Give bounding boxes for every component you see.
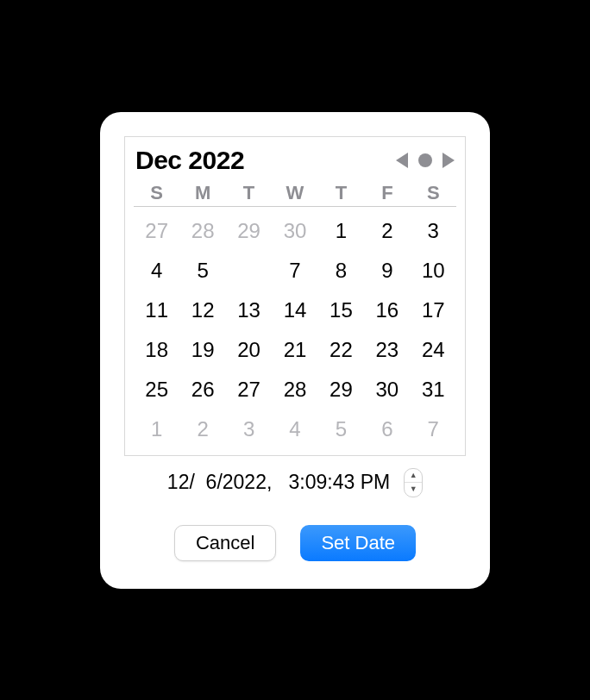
- button-row: Cancel Set Date: [124, 525, 466, 561]
- calendar-day[interactable]: 30: [272, 212, 317, 250]
- calendar-day-number: 16: [376, 298, 399, 322]
- weekday-label: S: [411, 182, 456, 204]
- calendar-day[interactable]: 3: [226, 410, 272, 448]
- calendar-day[interactable]: 24: [411, 331, 456, 369]
- calendar-day[interactable]: 30: [364, 371, 410, 409]
- weekday-label: M: [179, 182, 225, 204]
- calendar-day-number: 25: [145, 378, 168, 401]
- calendar-day-number: 11: [145, 298, 168, 322]
- calendar-day[interactable]: 16: [364, 291, 410, 329]
- calendar-day[interactable]: 22: [318, 331, 364, 369]
- calendar-day-number: 15: [330, 298, 353, 322]
- calendar-day[interactable]: 27: [134, 212, 179, 250]
- calendar-day-number: 19: [191, 338, 215, 361]
- calendar-day-number: 23: [376, 338, 399, 361]
- calendar-day[interactable]: 8: [318, 252, 364, 290]
- calendar-day[interactable]: 5: [179, 252, 225, 290]
- calendar-nav: [396, 153, 455, 168]
- datetime-field[interactable]: 12/ 6/2022, 3:09:43 PM: [167, 471, 390, 494]
- calendar-grid: 2728293012345678910111213141516171819202…: [134, 212, 456, 448]
- calendar-day[interactable]: 25: [134, 371, 179, 409]
- calendar-day-number: 17: [422, 298, 445, 322]
- calendar-day-number: 6: [381, 417, 392, 441]
- calendar-day[interactable]: 5: [318, 410, 364, 448]
- calendar-day-number: 26: [191, 378, 215, 401]
- weekday-label: F: [364, 182, 410, 204]
- stepper-down-icon[interactable]: ▼: [405, 483, 422, 497]
- calendar-day-number: 1: [151, 417, 162, 441]
- calendar-day-number: 8: [336, 259, 347, 282]
- calendar-day-number: 10: [422, 259, 445, 282]
- weekday-label: T: [226, 182, 272, 204]
- calendar-day-number: 14: [284, 298, 307, 322]
- prev-month-icon[interactable]: [396, 153, 408, 168]
- calendar-day[interactable]: 4: [134, 252, 179, 290]
- calendar-day[interactable]: 9: [364, 252, 410, 290]
- calendar-day[interactable]: 19: [179, 331, 225, 369]
- calendar-day[interactable]: 28: [272, 371, 317, 409]
- calendar-day[interactable]: 6: [226, 252, 272, 290]
- calendar-day[interactable]: 31: [411, 371, 456, 409]
- calendar-day[interactable]: 29: [226, 212, 272, 250]
- calendar-day-number: 27: [237, 378, 260, 401]
- calendar-day-number: 29: [330, 378, 353, 401]
- calendar-day[interactable]: 4: [272, 410, 317, 448]
- calendar-day-number: 9: [381, 259, 392, 282]
- calendar-day-number: 29: [237, 219, 260, 242]
- calendar-day[interactable]: 2: [364, 212, 410, 250]
- calendar-day-number: 31: [422, 378, 445, 401]
- calendar-day-number: 18: [145, 338, 168, 361]
- calendar-day-number: 4: [289, 417, 300, 441]
- calendar-day[interactable]: 7: [272, 252, 317, 290]
- calendar-day-number: 12: [191, 298, 215, 322]
- calendar-day[interactable]: 14: [272, 291, 317, 329]
- calendar-day-number: 3: [243, 417, 254, 441]
- calendar-day-number: 24: [422, 338, 445, 361]
- calendar-day[interactable]: 26: [179, 371, 225, 409]
- cancel-button[interactable]: Cancel: [174, 525, 276, 561]
- calendar-day-number: 7: [428, 417, 439, 441]
- calendar-day[interactable]: 23: [364, 331, 410, 369]
- set-date-button[interactable]: Set Date: [300, 525, 416, 561]
- weekday-label: T: [318, 182, 364, 204]
- calendar-day-number: 1: [336, 219, 347, 242]
- calendar: Dec 2022 SMTWTFS 27282930123456789101112…: [124, 136, 466, 456]
- calendar-day[interactable]: 7: [411, 410, 456, 448]
- calendar-day-number: 30: [284, 219, 307, 242]
- calendar-day[interactable]: 20: [226, 331, 272, 369]
- calendar-day-number: 6: [243, 259, 254, 282]
- calendar-day[interactable]: 21: [272, 331, 317, 369]
- calendar-day[interactable]: 10: [411, 252, 456, 290]
- calendar-day[interactable]: 6: [364, 410, 410, 448]
- calendar-day[interactable]: 27: [226, 371, 272, 409]
- today-icon[interactable]: [418, 153, 432, 167]
- calendar-day[interactable]: 1: [318, 212, 364, 250]
- calendar-day[interactable]: 13: [226, 291, 272, 329]
- datetime-row: 12/ 6/2022, 3:09:43 PM ▲ ▼: [124, 468, 466, 497]
- calendar-day-number: 13: [237, 298, 260, 322]
- calendar-day-number: 5: [336, 417, 347, 441]
- calendar-day-number: 22: [330, 338, 353, 361]
- calendar-day[interactable]: 29: [318, 371, 364, 409]
- next-month-icon[interactable]: [442, 153, 455, 168]
- stepper-up-icon[interactable]: ▲: [405, 469, 422, 484]
- weekday-row: SMTWTFS: [134, 182, 456, 207]
- calendar-day-number: 30: [376, 378, 399, 401]
- datetime-stepper: ▲ ▼: [404, 468, 423, 497]
- calendar-day[interactable]: 3: [411, 212, 456, 250]
- calendar-day-number: 7: [289, 259, 300, 282]
- calendar-day[interactable]: 2: [179, 410, 225, 448]
- calendar-day[interactable]: 11: [134, 291, 179, 329]
- calendar-day-number: 5: [197, 259, 208, 282]
- calendar-day-number: 28: [191, 219, 215, 242]
- calendar-day[interactable]: 28: [179, 212, 225, 250]
- calendar-day[interactable]: 18: [134, 331, 179, 369]
- calendar-day[interactable]: 12: [179, 291, 225, 329]
- calendar-day[interactable]: 15: [318, 291, 364, 329]
- calendar-day[interactable]: 17: [411, 291, 456, 329]
- calendar-header: Dec 2022: [134, 142, 456, 177]
- calendar-day[interactable]: 1: [134, 410, 179, 448]
- date-picker-panel: Dec 2022 SMTWTFS 27282930123456789101112…: [100, 112, 490, 589]
- calendar-day-number: 28: [284, 378, 307, 401]
- calendar-day-number: 20: [237, 338, 260, 361]
